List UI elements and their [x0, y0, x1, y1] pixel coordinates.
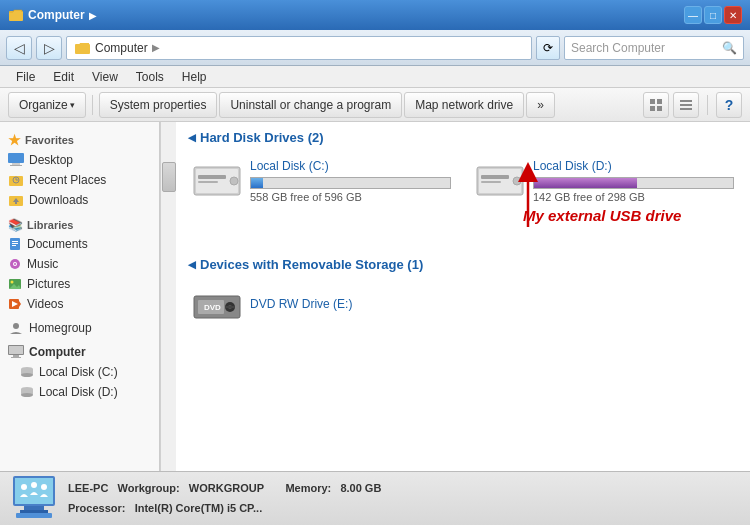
annotation-arrow-svg — [498, 157, 618, 237]
hard-disk-section-header: Hard Disk Drives (2) — [188, 130, 738, 145]
title-bar-left: Computer ▶ — [8, 7, 97, 23]
search-placeholder: Search Computer — [571, 41, 665, 55]
svg-rect-35 — [13, 355, 19, 357]
homegroup-icon — [8, 321, 24, 335]
svg-rect-0 — [9, 11, 23, 21]
status-memory-value: 8.00 GB — [340, 482, 381, 494]
refresh-button[interactable]: ⟳ — [536, 36, 560, 60]
menu-help[interactable]: Help — [174, 68, 215, 86]
view-list-button[interactable] — [643, 92, 669, 118]
status-info: LEE-PC Workgroup: WORKGROUP Memory: 8.00… — [68, 479, 381, 519]
annotation-container: My external USB drive — [188, 167, 738, 247]
forward-button[interactable]: ▷ — [36, 36, 62, 60]
svg-point-32 — [13, 323, 19, 329]
pictures-icon — [8, 277, 22, 291]
minimize-button[interactable]: — — [684, 6, 702, 24]
main-area: ★ Favorites Desktop — [0, 122, 750, 471]
libraries-group: 📚 Libraries Documents — [0, 214, 159, 314]
svg-rect-3 — [657, 99, 662, 104]
svg-point-27 — [11, 281, 14, 284]
sidebar-item-computer[interactable]: Computer — [0, 342, 159, 362]
status-processor-value: Intel(R) Core(TM) i5 CP... — [135, 502, 263, 514]
svg-rect-11 — [10, 165, 22, 166]
sidebar-item-homegroup[interactable]: Homegroup — [0, 318, 159, 338]
details-view-icon — [679, 98, 693, 112]
svg-rect-62 — [15, 478, 53, 504]
sidebar-item-downloads[interactable]: Downloads — [0, 190, 159, 210]
dvd-name[interactable]: DVD RW Drive (E:) — [250, 297, 734, 311]
more-button[interactable]: » — [526, 92, 555, 118]
svg-rect-10 — [12, 163, 20, 165]
sidebar-item-desktop[interactable]: Desktop — [0, 150, 159, 170]
libraries-icon: 📚 — [8, 218, 23, 232]
system-properties-button[interactable]: System properties — [99, 92, 218, 118]
disk-c-icon — [20, 366, 34, 378]
svg-rect-21 — [12, 243, 18, 244]
status-line1: LEE-PC Workgroup: WORKGROUP Memory: 8.00… — [68, 479, 381, 499]
favorites-star-icon: ★ — [8, 132, 21, 148]
sidebar-item-documents[interactable]: Documents — [0, 234, 159, 254]
view-details-button[interactable] — [673, 92, 699, 118]
sidebar-item-music[interactable]: Music — [0, 254, 159, 274]
svg-rect-67 — [20, 510, 48, 513]
status-pc-name: LEE-PC — [68, 482, 108, 494]
sidebar-item-recent-places[interactable]: Recent Places — [0, 170, 159, 190]
sidebar-container: ★ Favorites Desktop — [0, 122, 176, 471]
downloads-icon — [8, 193, 24, 207]
back-button[interactable]: ◁ — [6, 36, 32, 60]
content-pane: Hard Disk Drives (2) Local Disk (C:) — [176, 122, 750, 471]
svg-rect-68 — [16, 513, 52, 518]
sidebar-scrollbar[interactable] — [160, 122, 176, 471]
organize-button[interactable]: Organize ▾ — [8, 92, 86, 118]
status-workgroup-label: Workgroup: — [118, 482, 180, 494]
menu-edit[interactable]: Edit — [45, 68, 82, 86]
address-bar: ◁ ▷ Computer ▶ ⟳ Search Computer 🔍 — [0, 30, 750, 66]
dvd-info: DVD RW Drive (E:) — [250, 297, 734, 315]
svg-rect-18 — [15, 202, 17, 204]
svg-text:DVD: DVD — [204, 303, 221, 312]
svg-rect-36 — [11, 357, 21, 358]
sidebar-item-local-c[interactable]: Local Disk (C:) — [0, 362, 159, 382]
menu-tools[interactable]: Tools — [128, 68, 172, 86]
svg-rect-6 — [680, 100, 692, 102]
dvd-tile[interactable]: DVD DVD RW Drive (E:) — [188, 282, 738, 330]
title-bar-controls: — □ ✕ — [684, 6, 742, 24]
svg-point-39 — [21, 373, 33, 377]
toolbar-separator — [92, 95, 93, 115]
svg-rect-4 — [650, 106, 655, 111]
svg-point-42 — [21, 393, 33, 397]
recent-icon — [8, 173, 24, 187]
svg-rect-7 — [680, 104, 692, 106]
breadcrumb-arrow-icon: ▶ — [152, 42, 160, 53]
sidebar-item-videos[interactable]: Videos — [0, 294, 159, 314]
maximize-button[interactable]: □ — [704, 6, 722, 24]
close-button[interactable]: ✕ — [724, 6, 742, 24]
dvd-svg: DVD — [192, 286, 242, 328]
sidebar-item-local-d[interactable]: Local Disk (D:) — [0, 382, 159, 402]
svg-rect-20 — [12, 241, 18, 242]
organize-dropdown-icon: ▾ — [70, 100, 75, 110]
toolbar-sep2 — [707, 95, 708, 115]
uninstall-button[interactable]: Uninstall or change a program — [219, 92, 402, 118]
favorites-header: ★ Favorites — [0, 128, 159, 150]
menu-bar: File Edit View Tools Help — [0, 66, 750, 88]
window-icon — [8, 7, 24, 23]
svg-point-63 — [21, 484, 27, 490]
svg-rect-22 — [12, 245, 16, 246]
list-view-icon — [649, 98, 663, 112]
svg-rect-9 — [8, 153, 24, 163]
svg-point-65 — [41, 484, 47, 490]
svg-rect-34 — [9, 346, 23, 354]
sidebar-item-pictures[interactable]: Pictures — [0, 274, 159, 294]
search-bar[interactable]: Search Computer 🔍 — [564, 36, 744, 60]
breadcrumb-bar[interactable]: Computer ▶ — [66, 36, 532, 60]
status-line2: Processor: Intel(R) Core(TM) i5 CP... — [68, 499, 381, 519]
map-network-button[interactable]: Map network drive — [404, 92, 524, 118]
toolbar: Organize ▾ System properties Uninstall o… — [0, 88, 750, 122]
menu-view[interactable]: View — [84, 68, 126, 86]
status-bar: LEE-PC Workgroup: WORKGROUP Memory: 8.00… — [0, 471, 750, 525]
sidebar-scroll-thumb[interactable] — [162, 162, 176, 192]
removable-section-header: Devices with Removable Storage (1) — [188, 257, 738, 272]
help-button[interactable]: ? — [716, 92, 742, 118]
menu-file[interactable]: File — [8, 68, 43, 86]
